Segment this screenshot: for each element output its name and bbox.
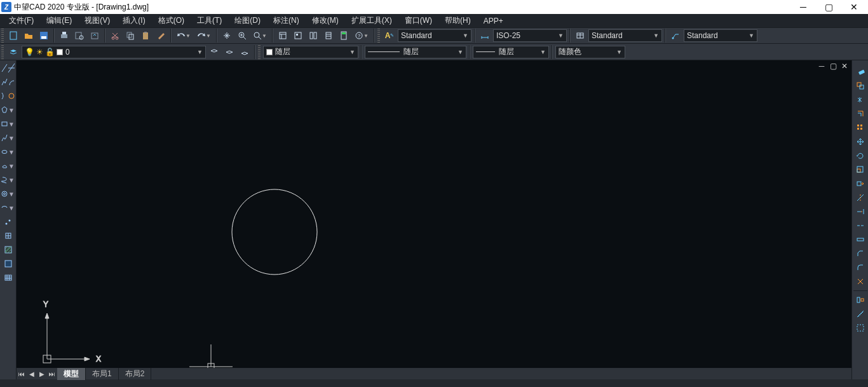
tab-layout2[interactable]: 布局2: [119, 368, 152, 380]
pan-icon[interactable]: [220, 29, 234, 43]
redo-button[interactable]: ▼: [194, 29, 214, 43]
hatch-icon[interactable]: [1, 243, 15, 256]
minimize-button[interactable]: ─: [790, 0, 816, 14]
fillet-icon[interactable]: [853, 261, 867, 274]
help-icon[interactable]: ?▼: [352, 29, 371, 43]
array-icon[interactable]: [853, 121, 867, 134]
text-style-dropdown[interactable]: Standard▼: [398, 29, 471, 42]
layer-state-icon[interactable]: [222, 45, 236, 59]
zoom-realtime-icon[interactable]: [235, 29, 249, 43]
polygon-alt-icon[interactable]: ▼: [8, 104, 15, 116]
viewport-maximize-icon[interactable]: ▢: [829, 62, 837, 71]
tab-model[interactable]: 模型: [57, 368, 86, 380]
rectangle-icon[interactable]: [1, 118, 8, 130]
menu-window[interactable]: 窗口(W): [398, 14, 438, 27]
print-preview-icon[interactable]: [72, 29, 86, 43]
join-icon[interactable]: [853, 233, 867, 246]
move-icon[interactable]: [853, 135, 867, 148]
donut-icon[interactable]: [1, 187, 8, 200]
spline-alt-icon[interactable]: ▼: [8, 132, 15, 144]
text-style-icon[interactable]: A✎: [383, 29, 397, 43]
toolbar-grip[interactable]: [1, 45, 4, 59]
tab-layout1[interactable]: 布局1: [86, 368, 119, 380]
ellipse-arc-alt-icon[interactable]: ▼: [8, 201, 15, 214]
arc-icon[interactable]: [8, 76, 15, 88]
break-icon[interactable]: [853, 219, 867, 232]
polyline-icon[interactable]: [1, 76, 8, 88]
revcloud-alt-icon[interactable]: ▼: [8, 160, 15, 172]
offset-icon[interactable]: [853, 107, 867, 120]
maximize-button[interactable]: ▢: [816, 0, 841, 14]
toolbar-grip[interactable]: [258, 45, 261, 59]
menu-file[interactable]: 文件(F): [3, 14, 40, 27]
extend-icon[interactable]: [853, 205, 867, 218]
open-icon[interactable]: [22, 29, 36, 43]
save-icon[interactable]: [37, 29, 51, 43]
copy-icon[interactable]: [123, 29, 137, 43]
menu-view[interactable]: 视图(V): [78, 14, 116, 27]
circle-icon[interactable]: [8, 90, 15, 102]
cut-icon[interactable]: [108, 29, 122, 43]
color-dropdown[interactable]: 随层▼: [263, 46, 358, 58]
toolbar-grip[interactable]: [377, 29, 380, 43]
align-icon[interactable]: [853, 294, 867, 306]
menu-insert[interactable]: 插入(I): [116, 14, 151, 27]
polygon-icon[interactable]: [1, 104, 8, 116]
layer-previous-icon[interactable]: [207, 45, 221, 59]
menu-help[interactable]: 帮助(H): [438, 14, 477, 27]
linetype-dropdown[interactable]: 随层▼: [365, 46, 466, 58]
table-style-dropdown[interactable]: Standard▼: [588, 29, 662, 42]
revcloud-icon[interactable]: [1, 160, 8, 172]
point-icon[interactable]: [1, 215, 15, 228]
arc2-icon[interactable]: [1, 90, 8, 102]
paste-icon[interactable]: [139, 29, 153, 43]
stretch-icon[interactable]: [853, 177, 867, 190]
ellipse-icon[interactable]: [1, 146, 8, 158]
rotate-icon[interactable]: [853, 149, 867, 162]
scale-icon[interactable]: [853, 163, 867, 176]
menu-app[interactable]: APP+: [477, 15, 510, 27]
print-icon[interactable]: [57, 29, 71, 43]
chamfer-icon[interactable]: [853, 247, 867, 260]
menu-tools[interactable]: 工具(T): [191, 14, 228, 27]
menu-format[interactable]: 格式(O): [152, 14, 191, 27]
mleader-style-dropdown[interactable]: Standard▼: [684, 29, 757, 42]
table-icon[interactable]: [1, 271, 15, 284]
region-icon[interactable]: [1, 257, 15, 270]
match-properties-icon[interactable]: [154, 29, 168, 43]
toolbar-grip[interactable]: [1, 29, 4, 43]
tab-last-icon[interactable]: ⏭: [47, 369, 57, 379]
tool-palettes-icon[interactable]: [306, 29, 320, 43]
helix-alt-icon[interactable]: ▼: [8, 173, 15, 186]
ellipse-arc-icon[interactable]: [1, 201, 8, 214]
viewport-close-icon[interactable]: ✕: [840, 62, 849, 71]
explode-icon[interactable]: [853, 275, 867, 288]
donut-alt-icon[interactable]: ▼: [8, 187, 15, 200]
new-icon[interactable]: [6, 29, 20, 43]
publish-icon[interactable]: [88, 29, 102, 43]
spline-icon[interactable]: [1, 132, 8, 144]
layer-manager-icon[interactable]: [6, 45, 20, 59]
ellipse-alt-icon[interactable]: ▼: [8, 146, 15, 158]
properties-icon[interactable]: [276, 29, 290, 43]
close-button[interactable]: ✕: [841, 0, 867, 14]
viewport-minimize-icon[interactable]: ─: [817, 62, 826, 71]
erase-icon[interactable]: [853, 65, 867, 78]
copy-object-icon[interactable]: [853, 79, 867, 92]
dim-style-icon[interactable]: [478, 29, 492, 43]
tab-first-icon[interactable]: ⏮: [17, 369, 27, 379]
plotstyle-dropdown[interactable]: 随颜色▼: [555, 46, 625, 58]
sheet-set-icon[interactable]: [322, 29, 336, 43]
mirror-icon[interactable]: [853, 93, 867, 106]
tab-next-icon[interactable]: ▶: [37, 369, 47, 379]
block-insert-icon[interactable]: [1, 229, 15, 242]
design-center-icon[interactable]: [291, 29, 305, 43]
xline-icon[interactable]: [8, 62, 15, 74]
drawing-canvas[interactable]: ─ ▢ ✕ X Y ⏮ ◀: [17, 60, 851, 379]
menu-modify[interactable]: 修改(M): [306, 14, 345, 27]
measure-icon[interactable]: [853, 308, 867, 320]
layer-dropdown[interactable]: 💡 ☀ 🔓 0 ▼: [22, 46, 206, 58]
zoom-window-icon[interactable]: ▼: [250, 29, 269, 43]
menu-dimension[interactable]: 标注(N): [267, 14, 306, 27]
helix-icon[interactable]: [1, 173, 8, 186]
